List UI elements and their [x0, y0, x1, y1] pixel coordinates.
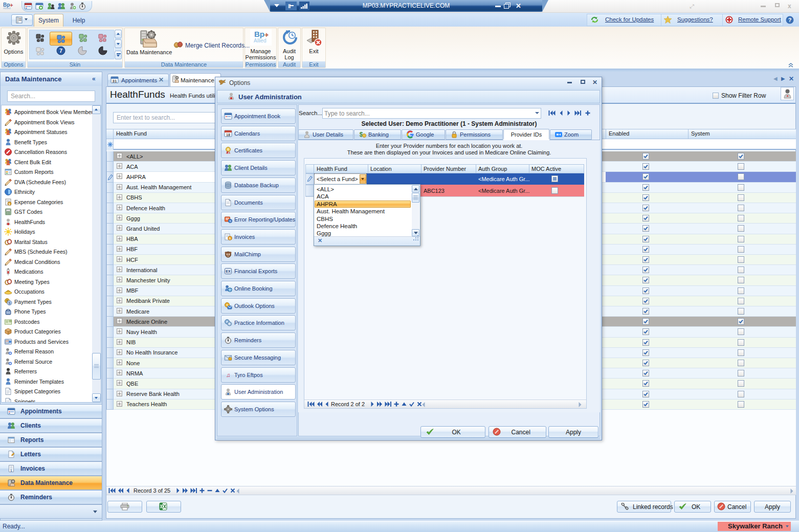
svg-text:7: 7 [59, 48, 62, 54]
svg-text:EX: EX [226, 270, 231, 273]
svg-text:♫: ♫ [226, 372, 230, 378]
svg-text:31: 31 [113, 79, 117, 83]
svg-text:18: 18 [226, 133, 230, 137]
svg-text:$: $ [9, 301, 11, 304]
svg-text:?: ? [788, 17, 792, 23]
